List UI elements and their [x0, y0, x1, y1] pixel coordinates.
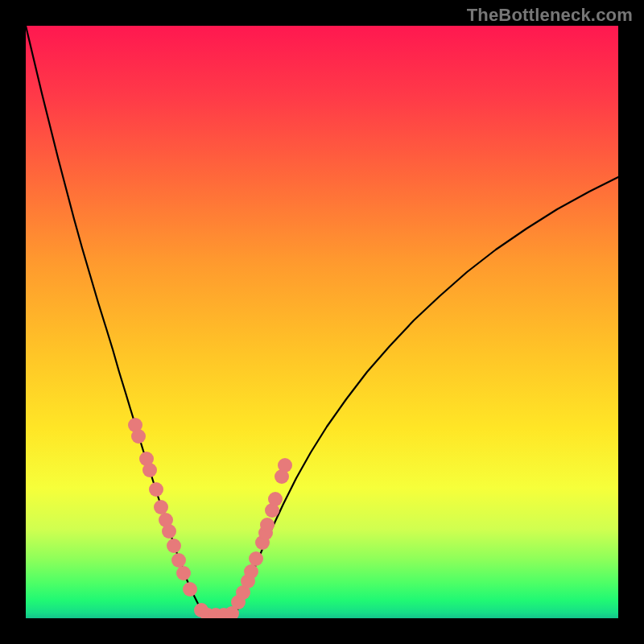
curve-right-curve	[233, 177, 618, 618]
chart-svg	[26, 26, 618, 618]
watermark-text: TheBottleneck.com	[467, 5, 633, 26]
marker-right-cluster	[244, 564, 258, 579]
marker-left-cluster	[142, 463, 157, 477]
chart-frame: TheBottleneck.com	[0, 0, 644, 644]
plot-area	[26, 26, 618, 618]
marker-left-cluster	[176, 566, 191, 580]
marker-right-cluster	[278, 458, 292, 473]
marker-left-cluster	[162, 524, 176, 539]
marker-left-cluster	[131, 429, 146, 444]
marker-left-cluster	[149, 482, 163, 497]
marker-left-cluster	[167, 539, 181, 553]
marker-right-cluster	[268, 492, 283, 506]
marker-left-cluster	[183, 582, 197, 597]
curve-left-curve	[26, 26, 209, 618]
marker-right-cluster	[249, 551, 263, 566]
marker-left-cluster	[171, 553, 186, 568]
marker-left-cluster	[154, 500, 168, 514]
marker-right-cluster	[260, 518, 275, 532]
